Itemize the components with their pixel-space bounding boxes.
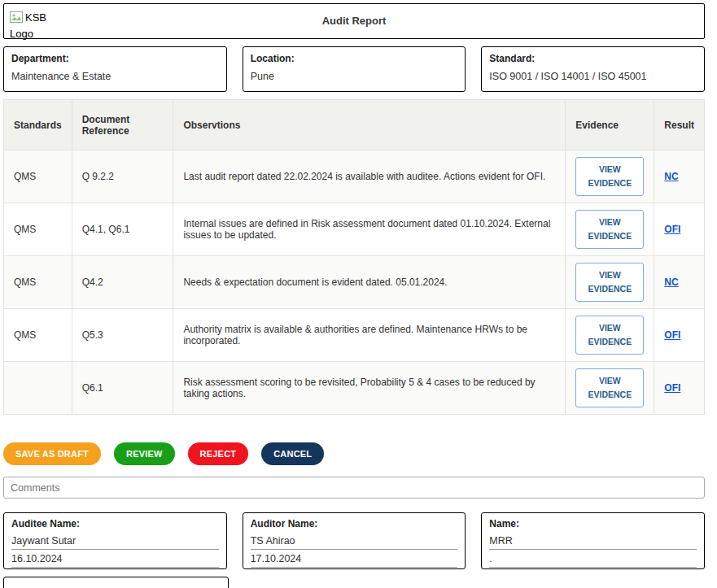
observation-cell: Internal issues are defined in Risk asse… <box>173 203 566 256</box>
observation-cell: Risk assessment scoring to be revisited,… <box>173 362 566 415</box>
doc-ref-cell: Q5.3 <box>72 309 173 362</box>
auditee-date-field[interactable]: 16.10.2024 <box>11 550 219 568</box>
table-header-row: Standards Document Reference Observtions… <box>4 100 705 150</box>
mrr-name-field[interactable]: MRR <box>489 532 697 550</box>
location-box: Location: Pune <box>243 46 466 92</box>
auditor-date-field[interactable]: 17.10.2024 <box>251 550 458 568</box>
view-evidence-button[interactable]: VIEW EVIDENCE <box>575 368 644 407</box>
standard-label: Standard: <box>489 53 697 64</box>
page-title: Audit Report <box>4 15 704 27</box>
doc-ref-cell: Q4.2 <box>72 256 173 309</box>
evidence-cell: VIEW EVIDENCE <box>566 256 654 309</box>
mrr-date-field[interactable]: . <box>489 550 697 568</box>
result-link[interactable]: OFI <box>664 329 680 341</box>
col-header-observations: Observtions <box>173 100 566 150</box>
auditor-name-label: Auditor Name: <box>251 518 458 529</box>
actions-row: SAVE AS DRAFT REVIEW REJECT CANCEL <box>3 442 705 465</box>
observation-cell: Last audit report dated 22.02.2024 is av… <box>173 150 566 203</box>
result-cell: OFI <box>654 362 705 415</box>
standard-cell: QMS <box>4 150 72 203</box>
auditee-name-label: Auditee Name: <box>11 518 219 529</box>
table-row: Q6.1 Risk assessment scoring to be revis… <box>4 362 705 415</box>
standard-cell: QMS <box>4 309 72 362</box>
view-evidence-button[interactable]: VIEW EVIDENCE <box>575 210 644 249</box>
report-header: KSB Logo Audit Report <box>3 3 705 39</box>
auditor-name-field[interactable]: TS Ahirao <box>251 532 458 550</box>
view-evidence-button[interactable]: VIEW EVIDENCE <box>575 157 644 196</box>
col-header-standards: Standards <box>4 100 72 150</box>
standard-cell: QMS <box>4 256 72 309</box>
auditee-box: Auditee Name: Jaywant Sutar 16.10.2024 <box>3 512 227 569</box>
auditor-box: Auditor Name: TS Ahirao 17.10.2024 <box>243 512 466 569</box>
review-button[interactable]: REVIEW <box>114 442 175 465</box>
save-as-draft-button[interactable]: SAVE AS DRAFT <box>3 442 101 465</box>
department-value: Maintenance & Estate <box>11 71 219 82</box>
broken-image-icon <box>10 11 23 23</box>
location-label: Location: <box>251 53 458 64</box>
ksb-logo: KSB Logo <box>10 10 52 42</box>
doc-ref-cell: Q4.1, Q6.1 <box>72 203 173 256</box>
audit-report-page: KSB Logo Audit Report Department: Mainte… <box>0 0 708 588</box>
standard-box: Standard: ISO 9001 / ISO 14001 / ISO 450… <box>481 46 705 92</box>
result-link[interactable]: OFI <box>664 382 680 394</box>
col-header-doc-reference: Document Reference <box>72 100 173 150</box>
department-label: Department: <box>11 53 219 64</box>
evidence-cell: VIEW EVIDENCE <box>566 309 654 362</box>
reject-button[interactable]: REJECT <box>188 442 249 465</box>
view-evidence-button[interactable]: VIEW EVIDENCE <box>575 263 644 302</box>
result-cell: OFI <box>654 309 705 362</box>
comments-input[interactable] <box>3 477 705 499</box>
standard-cell <box>4 362 72 415</box>
standard-cell: QMS <box>4 203 72 256</box>
table-row: QMS Q4.2 Needs & expectation document is… <box>4 256 705 309</box>
partial-bottom-box <box>3 577 229 588</box>
doc-ref-cell: Q 9.2.2 <box>72 150 173 203</box>
table-row: QMS Q 9.2.2 Last audit report dated 22.0… <box>4 150 705 203</box>
result-cell: NC <box>654 256 705 309</box>
location-value: Pune <box>251 71 458 82</box>
evidence-cell: VIEW EVIDENCE <box>566 150 654 203</box>
info-row: Department: Maintenance & Estate Locatio… <box>3 46 705 92</box>
observation-cell: Needs & expectation document is evident … <box>173 256 566 309</box>
table-row: QMS Q4.1, Q6.1 Internal issues are defin… <box>4 203 705 256</box>
observations-table: Standards Document Reference Observtions… <box>3 99 705 415</box>
evidence-cell: VIEW EVIDENCE <box>566 362 654 415</box>
doc-ref-cell: Q6.1 <box>72 362 173 415</box>
view-evidence-button[interactable]: VIEW EVIDENCE <box>575 316 644 355</box>
cancel-button[interactable]: CANCEL <box>261 442 324 465</box>
observation-cell: Authority matrix is available & authorit… <box>173 309 566 362</box>
signoff-row: Auditee Name: Jaywant Sutar 16.10.2024 A… <box>3 512 705 569</box>
result-link[interactable]: NC <box>664 171 678 182</box>
result-link[interactable]: OFI <box>664 224 680 235</box>
table-row: QMS Q5.3 Authority matrix is available &… <box>4 309 705 362</box>
col-header-evidence: Evidence <box>566 100 654 150</box>
result-link[interactable]: NC <box>664 277 678 288</box>
department-box: Department: Maintenance & Estate <box>3 46 227 92</box>
mrr-name-label: Name: <box>489 518 697 529</box>
result-cell: NC <box>654 150 705 203</box>
col-header-result: Result <box>654 100 705 150</box>
standard-value: ISO 9001 / ISO 14001 / ISO 45001 <box>489 71 697 82</box>
mrr-box: Name: MRR . <box>481 512 705 569</box>
result-cell: OFI <box>654 203 705 256</box>
auditee-name-field[interactable]: Jaywant Sutar <box>11 532 219 550</box>
evidence-cell: VIEW EVIDENCE <box>566 203 654 256</box>
